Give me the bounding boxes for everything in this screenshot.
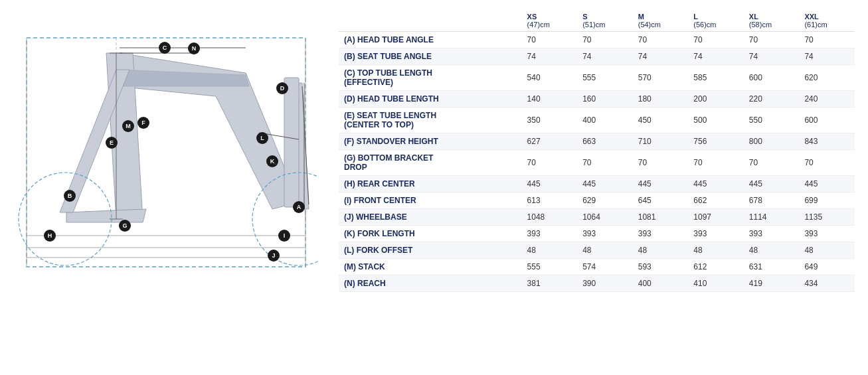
label-n: N bbox=[188, 42, 200, 54]
spec-value: 393 bbox=[522, 226, 578, 242]
spec-label: (D) HEAD TUBE LENGTH bbox=[339, 91, 522, 108]
label-a: A bbox=[293, 201, 305, 213]
spec-value: 48 bbox=[799, 242, 855, 259]
table-row: (G) BOTTOM BRACKETDROP707070707070 bbox=[339, 150, 855, 176]
spec-value: 445 bbox=[633, 176, 689, 192]
spec-value: 710 bbox=[633, 133, 689, 150]
spec-value: 381 bbox=[522, 275, 578, 292]
spec-value: 699 bbox=[799, 192, 855, 209]
spec-value: 450 bbox=[633, 108, 689, 133]
spec-value: 70 bbox=[744, 32, 800, 48]
spec-value: 410 bbox=[688, 275, 744, 292]
spec-label: (A) HEAD TUBE ANGLE bbox=[339, 32, 522, 48]
col-l: L(56)cm bbox=[688, 10, 744, 32]
spec-value: 540 bbox=[522, 65, 578, 91]
col-xl: XL(58)cm bbox=[744, 10, 800, 32]
spec-value: 843 bbox=[799, 133, 855, 150]
spec-value: 70 bbox=[577, 32, 633, 48]
label-column-header bbox=[339, 10, 522, 32]
spec-value: 140 bbox=[522, 91, 578, 108]
spec-value: 663 bbox=[577, 133, 633, 150]
spec-value: 393 bbox=[744, 226, 800, 242]
table-row: (K) FORK LENGTH393393393393393393 bbox=[339, 226, 855, 242]
spec-value: 48 bbox=[577, 242, 633, 259]
spec-value: 570 bbox=[633, 65, 689, 91]
spec-value: 555 bbox=[522, 259, 578, 275]
spec-value: 585 bbox=[688, 65, 744, 91]
col-m: M(54)cm bbox=[633, 10, 689, 32]
spec-value: 445 bbox=[577, 176, 633, 192]
spec-value: 74 bbox=[522, 48, 578, 65]
spec-value: 393 bbox=[688, 226, 744, 242]
spec-value: 645 bbox=[633, 192, 689, 209]
svg-rect-14 bbox=[284, 78, 299, 207]
spec-value: 1097 bbox=[688, 209, 744, 226]
spec-label: (C) TOP TUBE LENGTH(EFFECTIVE) bbox=[339, 65, 522, 91]
spec-value: 678 bbox=[744, 192, 800, 209]
spec-value: 48 bbox=[633, 242, 689, 259]
spec-value: 70 bbox=[688, 150, 744, 176]
spec-value: 419 bbox=[744, 275, 800, 292]
spec-value: 70 bbox=[577, 150, 633, 176]
spec-value: 613 bbox=[522, 192, 578, 209]
bike-diagram: A B C D E F G H I J K L M N bbox=[13, 17, 319, 295]
spec-label: (L) FORK OFFSET bbox=[339, 242, 522, 259]
spec-value: 600 bbox=[744, 65, 800, 91]
spec-value: 629 bbox=[577, 192, 633, 209]
label-g: G bbox=[119, 220, 131, 232]
spec-value: 627 bbox=[522, 133, 578, 150]
spec-value: 800 bbox=[744, 133, 800, 150]
table-row: (D) HEAD TUBE LENGTH140160180200220240 bbox=[339, 91, 855, 108]
spec-value: 48 bbox=[744, 242, 800, 259]
spec-value: 70 bbox=[522, 150, 578, 176]
col-xxl: XXL(61)cm bbox=[799, 10, 855, 32]
spec-value: 600 bbox=[799, 108, 855, 133]
label-h: H bbox=[44, 230, 56, 242]
label-l: L bbox=[256, 132, 268, 144]
spec-label: (I) FRONT CENTER bbox=[339, 192, 522, 209]
spec-value: 400 bbox=[577, 108, 633, 133]
table-row: (I) FRONT CENTER613629645662678699 bbox=[339, 192, 855, 209]
label-k: K bbox=[266, 155, 278, 167]
spec-value: 662 bbox=[688, 192, 744, 209]
specs-table: XS(47)cm S(51)cm M(54)cm L(56)cm XL(58)c… bbox=[339, 10, 855, 292]
spec-value: 200 bbox=[688, 91, 744, 108]
table-row: (L) FORK OFFSET484848484848 bbox=[339, 242, 855, 259]
spec-value: 48 bbox=[688, 242, 744, 259]
spec-value: 555 bbox=[577, 65, 633, 91]
table-row: (J) WHEELBASE104810641081109711141135 bbox=[339, 209, 855, 226]
spec-value: 1114 bbox=[744, 209, 800, 226]
spec-value: 390 bbox=[577, 275, 633, 292]
label-d: D bbox=[276, 82, 288, 94]
spec-label: (H) REAR CENTER bbox=[339, 176, 522, 192]
spec-value: 574 bbox=[577, 259, 633, 275]
spec-value: 70 bbox=[799, 32, 855, 48]
spec-label: (F) STANDOVER HEIGHT bbox=[339, 133, 522, 150]
spec-value: 70 bbox=[633, 32, 689, 48]
label-j: J bbox=[268, 250, 280, 262]
label-b: B bbox=[64, 190, 76, 202]
spec-value: 74 bbox=[799, 48, 855, 65]
spec-value: 220 bbox=[744, 91, 800, 108]
table-row: (E) SEAT TUBE LENGTH(CENTER TO TOP)35040… bbox=[339, 108, 855, 133]
table-row: (M) STACK555574593612631649 bbox=[339, 259, 855, 275]
spec-value: 1081 bbox=[633, 209, 689, 226]
label-e: E bbox=[106, 137, 118, 149]
spec-value: 1048 bbox=[522, 209, 578, 226]
spec-label: (N) REACH bbox=[339, 275, 522, 292]
table-row: (F) STANDOVER HEIGHT627663710756800843 bbox=[339, 133, 855, 150]
spec-label: (B) SEAT TUBE ANGLE bbox=[339, 48, 522, 65]
table-row: (N) REACH381390400410419434 bbox=[339, 275, 855, 292]
svg-marker-11 bbox=[66, 209, 146, 222]
spec-label: (E) SEAT TUBE LENGTH(CENTER TO TOP) bbox=[339, 108, 522, 133]
spec-value: 649 bbox=[799, 259, 855, 275]
spec-value: 434 bbox=[799, 275, 855, 292]
spec-value: 550 bbox=[744, 108, 800, 133]
spec-value: 393 bbox=[633, 226, 689, 242]
spec-value: 500 bbox=[688, 108, 744, 133]
spec-label: (J) WHEELBASE bbox=[339, 209, 522, 226]
spec-value: 445 bbox=[688, 176, 744, 192]
spec-value: 74 bbox=[577, 48, 633, 65]
spec-value: 393 bbox=[577, 226, 633, 242]
spec-label: (M) STACK bbox=[339, 259, 522, 275]
